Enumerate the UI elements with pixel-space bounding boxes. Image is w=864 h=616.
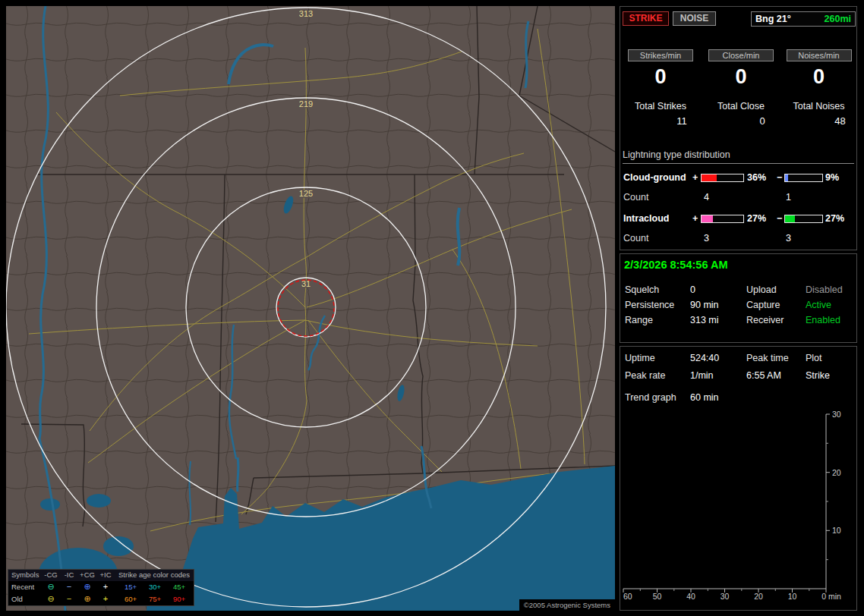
cg-minus-count: 1	[786, 192, 791, 203]
cg-plus-bar-fill	[702, 174, 717, 181]
noises-per-min-value: 0	[780, 65, 858, 89]
close-per-min-value: 0	[701, 65, 781, 89]
trend-axes	[623, 414, 826, 589]
svg-text:20: 20	[754, 592, 763, 601]
squelch-label: Squelch	[625, 284, 659, 295]
noises-per-min-label: Noises/min	[787, 49, 852, 61]
legend-col-ncg: -CG	[42, 570, 60, 579]
age-45: 45+	[168, 583, 191, 591]
ic-minus-bar	[784, 215, 823, 223]
svg-text:60: 60	[623, 592, 632, 601]
svg-text:125: 125	[299, 189, 313, 198]
range-value: 313 mi	[690, 315, 719, 325]
total-noises: Total Noises 48	[780, 101, 858, 127]
svg-text:0 min: 0 min	[821, 592, 841, 601]
legend-recent-label: Recent	[11, 583, 34, 591]
svg-text:10: 10	[788, 592, 797, 601]
ic-plus-bar-fill	[702, 215, 713, 222]
plus-sign: +	[692, 213, 698, 224]
count-label: Count	[623, 233, 648, 244]
neg-cg-old-icon: ⊖	[42, 593, 60, 605]
age-60: 60+	[119, 595, 142, 603]
bearing-value: Bng 21°	[755, 14, 791, 24]
ic-minus-bar-fill	[785, 215, 795, 222]
ic-plus-bar	[701, 215, 744, 223]
range-label: Range	[625, 315, 653, 325]
strikes-per-min-value: 0	[620, 65, 701, 89]
legend-col-pcg: +CG	[78, 570, 96, 579]
total-strikes: Total Strikes 11	[620, 101, 701, 127]
plus-sign: +	[692, 172, 698, 183]
strikes-per-min: Strikes/min 0	[620, 48, 701, 89]
persistence-value: 90 min	[690, 300, 719, 310]
cg-plus-count: 4	[704, 192, 709, 203]
total-close-label: Total Close	[717, 101, 765, 112]
intracloud-row: Intracloud + 27% − 27%	[620, 213, 856, 225]
persistence-label: Persistence	[625, 300, 674, 310]
trend-section: Uptime 524:40 Peak time Plot Peak rate 1…	[620, 346, 857, 611]
legend-col-nic: -IC	[60, 570, 78, 579]
total-noises-value: 48	[801, 115, 864, 127]
map-legend: Symbols -CG -IC +CG +IC Strike age color…	[8, 569, 194, 606]
svg-text:50: 50	[653, 592, 662, 601]
age-75: 75+	[143, 595, 166, 603]
strike-tab[interactable]: STRIKE	[623, 11, 669, 26]
age-90: 90+	[168, 595, 191, 603]
cg-minus-bar-fill	[785, 174, 788, 181]
legend-col-pic: +IC	[96, 570, 115, 579]
trend-major-ticks	[623, 414, 830, 592]
ic-minus-count: 3	[786, 233, 791, 244]
age-15: 15+	[119, 583, 142, 591]
cloud-ground-row: Cloud-ground + 36% − 9%	[620, 172, 856, 184]
intracloud-label: Intracloud	[623, 213, 669, 224]
legend-age-header: Strike age color codes	[116, 570, 192, 579]
age-30: 30+	[143, 583, 166, 591]
pos-ic-old-icon: +	[96, 593, 115, 605]
cloud-ground-label: Cloud-ground	[623, 172, 686, 183]
status-panel: STRIKE NOISE Bng 21° 260mi Strikes/min 0…	[620, 6, 858, 611]
neg-ic-old-icon: −	[60, 593, 78, 605]
capture-status: Active	[806, 300, 831, 310]
minus-sign: −	[777, 213, 782, 224]
cg-plus-pct: 36%	[747, 172, 766, 183]
pos-ic-recent-icon: +	[96, 581, 115, 592]
trend-minor-ticks	[640, 443, 828, 591]
svg-text:20: 20	[832, 468, 841, 477]
total-strikes-label: Total Strikes	[635, 101, 686, 112]
intracloud-count-row: Count 3 3	[620, 233, 856, 245]
receiver-label: Receiver	[746, 315, 784, 325]
lightning-map[interactable]: 313 219 125 31 Symbols -CG -IC +CG +IC S…	[6, 6, 615, 611]
bearing-display: Bng 21° 260mi	[751, 11, 856, 27]
cg-minus-pct: 9%	[825, 172, 839, 183]
noises-per-min: Noises/min 0	[780, 48, 858, 89]
noise-tab[interactable]: NOISE	[673, 11, 716, 26]
squelch-value: 0	[690, 284, 695, 295]
neg-ic-recent-icon: −	[60, 581, 78, 592]
ic-plus-count: 3	[704, 233, 709, 244]
distribution-title: Lightning type distribution	[623, 149, 854, 164]
svg-text:10: 10	[832, 526, 841, 535]
capture-label: Capture	[746, 300, 780, 310]
upload-label: Upload	[746, 284, 777, 295]
neg-cg-recent-icon: ⊖	[42, 581, 60, 592]
svg-text:219: 219	[299, 99, 313, 108]
minus-sign: −	[777, 172, 782, 183]
legend-old-label: Old	[11, 595, 23, 603]
ic-minus-pct: 27%	[825, 213, 844, 224]
total-noises-label: Total Noises	[793, 101, 844, 112]
map-canvas: 313 219 125 31	[6, 6, 615, 611]
close-per-min-label: Close/min	[708, 49, 774, 61]
legend-symbols-header: Symbols	[11, 570, 39, 579]
count-label: Count	[623, 192, 648, 203]
upload-status: Disabled	[806, 284, 843, 295]
svg-text:313: 313	[299, 9, 313, 18]
cg-minus-bar	[784, 174, 823, 182]
svg-text:30: 30	[832, 410, 841, 419]
cloud-ground-count-row: Count 4 1	[620, 192, 856, 204]
close-per-min: Close/min 0	[701, 48, 781, 89]
cg-plus-bar	[701, 174, 744, 182]
ic-plus-pct: 27%	[747, 213, 766, 224]
pos-cg-recent-icon: ⊕	[78, 581, 96, 592]
trend-graph: 30 20 10 60 50 40 30 20 10 0 min	[620, 347, 856, 610]
copyright: ©2005 Astrogenic Systems	[519, 599, 615, 611]
